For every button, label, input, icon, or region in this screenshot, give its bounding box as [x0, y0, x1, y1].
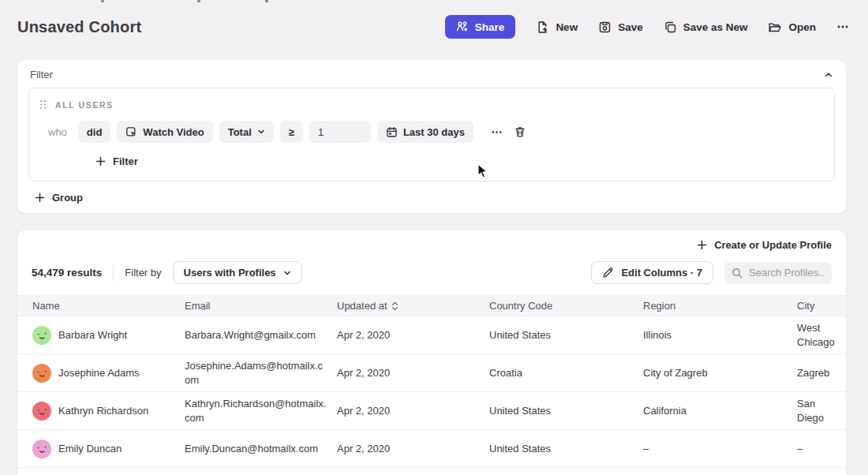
save-button[interactable]: Save: [598, 21, 643, 34]
chevron-down-icon: [283, 269, 291, 277]
threshold-input[interactable]: [309, 121, 371, 143]
results-count: 54,479 results: [32, 267, 102, 279]
search-icon: [731, 267, 743, 279]
cropped-breadcrumb-fragment: [101, 0, 104, 2]
drag-handle-icon[interactable]: [39, 99, 47, 110]
date-range-label: Last 30 days: [403, 126, 465, 138]
save-icon: [598, 21, 612, 34]
profile-region: California: [643, 404, 797, 418]
profile-name: Emily Duncan: [58, 442, 122, 456]
new-button-label: New: [556, 21, 578, 33]
create-row: Create or Update Profile: [17, 230, 846, 251]
profile-search-input[interactable]: [749, 267, 825, 279]
trash-icon: [514, 125, 526, 138]
results-panel: Create or Update Profile 54,479 results …: [17, 230, 846, 475]
column-header-email: Email: [185, 300, 337, 312]
table-row[interactable]: Barbara Wright Barbara.Wright@gmailx.com…: [17, 316, 846, 354]
avatar: [32, 326, 51, 345]
plus-icon: [35, 193, 45, 203]
profile-region: Illinois: [643, 328, 797, 342]
event-selector[interactable]: Watch Video: [117, 121, 212, 143]
open-button[interactable]: Open: [768, 21, 816, 34]
results-toolbar: 54,479 results Filter by Users with Prof…: [17, 251, 846, 295]
profile-country: United States: [489, 328, 643, 342]
copy-icon: [664, 21, 677, 34]
condition-more-button[interactable]: [491, 126, 503, 138]
chevron-up-icon: [824, 70, 833, 80]
profile-updated-at: Apr 2, 2020: [337, 404, 489, 418]
toolbar-divider: [113, 265, 114, 281]
file-plus-icon: [536, 21, 549, 34]
profile-name-cell: Kathryn Richardson: [32, 402, 185, 421]
profile-email: Barbara.Wright@gmailx.com: [185, 328, 337, 342]
save-as-new-button-label: Save as New: [683, 21, 748, 33]
operator-selector[interactable]: ≥: [280, 121, 303, 143]
profile-search[interactable]: [724, 262, 832, 284]
profile-updated-at: Apr 2, 2020: [337, 366, 489, 380]
condition-row: who did Watch Video Total: [48, 121, 834, 143]
profile-email: Emily.Duncan@hotmailx.com: [185, 442, 337, 456]
table-body: Barbara Wright Barbara.Wright@gmailx.com…: [17, 316, 846, 468]
add-group-button[interactable]: Group: [35, 192, 83, 204]
profile-filter-dropdown[interactable]: Users with Profiles: [173, 261, 302, 284]
profile-city: West Chicago: [797, 321, 846, 349]
cohort-builder-page: Unsaved Cohort Share: [0, 0, 868, 475]
event-cursor-icon: [125, 126, 137, 138]
profile-region: –: [643, 442, 797, 456]
meatballs-icon: [491, 126, 503, 138]
pencil-icon: [602, 267, 614, 279]
profile-country: United States: [489, 442, 643, 456]
open-button-label: Open: [788, 21, 816, 33]
profile-updated-at: Apr 2, 2020: [337, 442, 489, 456]
column-header-updated-at[interactable]: Updated at: [337, 300, 489, 312]
share-button[interactable]: Share: [445, 15, 516, 39]
profile-email: Josephine.Adams@hotmailx.com: [185, 359, 337, 387]
add-group-label: Group: [52, 192, 83, 204]
more-options-button[interactable]: [836, 21, 849, 33]
profile-city: San Diego: [797, 397, 846, 425]
profile-region: City of Zagreb: [643, 366, 797, 380]
save-button-label: Save: [618, 21, 643, 33]
new-button[interactable]: New: [536, 21, 578, 34]
profile-updated-at: Apr 2, 2020: [337, 328, 489, 342]
column-header-city: City: [797, 300, 846, 312]
topbar-actions: Share New Save: [445, 15, 849, 39]
filter-panel-header: Filter: [17, 60, 846, 88]
save-as-new-button[interactable]: Save as New: [664, 21, 748, 34]
cropped-breadcrumb-fragment: [265, 0, 268, 2]
did-selector[interactable]: did: [78, 121, 111, 143]
plus-icon: [95, 156, 106, 166]
avatar: [32, 439, 51, 458]
aggregation-label: Total: [228, 126, 252, 138]
filter-panel-title: Filter: [30, 69, 53, 80]
page-title: Unsaved Cohort: [17, 18, 141, 36]
table-row[interactable]: Josephine Adams Josephine.Adams@hotmailx…: [17, 354, 846, 392]
profile-name-cell: Josephine Adams: [32, 364, 185, 383]
avatar: [32, 402, 51, 421]
table-row[interactable]: Kathryn Richardson Kathryn.Richardson@ho…: [17, 392, 846, 430]
date-range-selector[interactable]: Last 30 days: [377, 121, 473, 143]
column-header-name: Name: [32, 300, 185, 312]
meatballs-icon: [836, 21, 849, 33]
group-label: ALL USERS: [55, 100, 114, 110]
profile-city: –: [797, 442, 846, 456]
table-row[interactable]: Emily Duncan Emily.Duncan@hotmailx.com A…: [17, 430, 846, 468]
sort-updown-icon: [391, 301, 398, 311]
delete-condition-button[interactable]: [514, 125, 526, 138]
filter-panel: Filter ALL USERS: [17, 60, 846, 213]
profile-name: Josephine Adams: [58, 366, 140, 380]
profile-country: Croatia: [489, 366, 643, 380]
create-or-update-profile-button[interactable]: Create or Update Profile: [697, 239, 832, 251]
calendar-icon: [386, 126, 398, 138]
share-people-icon: [456, 21, 469, 33]
edit-columns-button[interactable]: Edit Columns · 7: [591, 261, 713, 284]
group-header: ALL USERS: [29, 88, 834, 110]
aggregation-selector[interactable]: Total: [219, 121, 274, 143]
profile-filter-value: Users with Profiles: [184, 267, 276, 279]
table-header-row: Name Email Updated at Country Code Regio…: [17, 295, 846, 316]
add-filter-button[interactable]: Filter: [95, 155, 138, 167]
add-filter-label: Filter: [113, 155, 138, 167]
did-label: did: [87, 126, 103, 138]
who-label: who: [48, 126, 67, 138]
collapse-panel-button[interactable]: [824, 70, 833, 80]
